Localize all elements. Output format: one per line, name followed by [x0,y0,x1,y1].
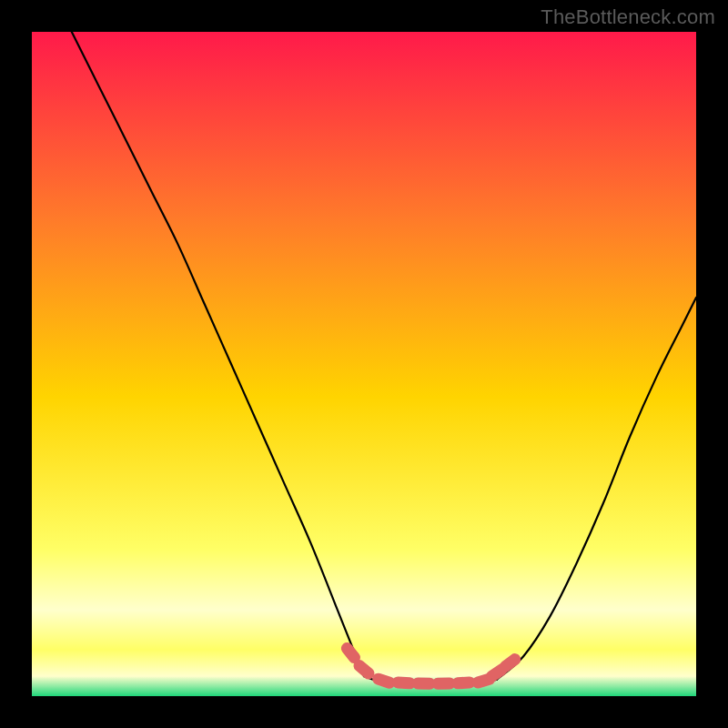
gradient-background [32,32,696,696]
watermark-text: TheBottleneck.com [541,5,715,29]
chart-frame: TheBottleneck.com [0,0,728,728]
bottleneck-curve-chart [32,32,696,696]
plot-area [32,32,696,696]
